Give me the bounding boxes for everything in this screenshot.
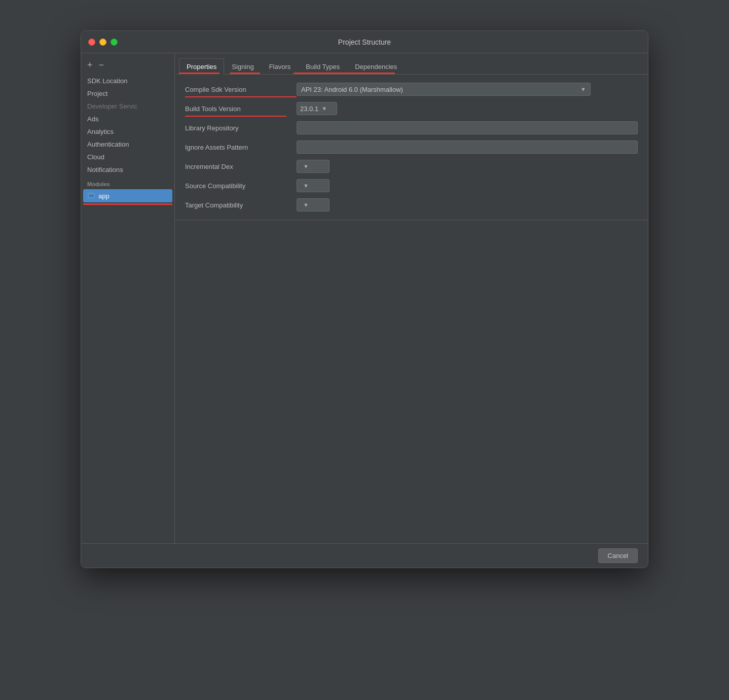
sidebar-item-analytics[interactable]: Analytics	[81, 125, 174, 138]
target-compat-arrow: ▼	[303, 202, 309, 208]
sidebar-label-ads: Ads	[87, 115, 98, 123]
build-tools-label: Build Tools Version	[185, 105, 297, 113]
ignore-assets-input[interactable]	[297, 141, 638, 154]
sidebar-label-cloud: Cloud	[87, 153, 104, 161]
source-compat-row: Source Compatibility ▼	[175, 176, 648, 195]
tab-build-types-label: Build Types	[306, 63, 340, 71]
title-bar: Project Structure	[81, 31, 648, 53]
incremental-dex-select[interactable]: ▼	[297, 160, 330, 173]
module-icon	[87, 192, 95, 200]
ignore-assets-row: Ignore Assets Pattern	[175, 137, 648, 157]
sidebar-label-sdk-location: SDK Location	[87, 77, 128, 85]
sidebar-label-analytics: Analytics	[87, 128, 114, 135]
bottom-bar: Cancel	[81, 543, 648, 568]
sidebar-item-notifications[interactable]: Notifications	[81, 163, 174, 176]
sidebar-item-authentication[interactable]: Authentication	[81, 138, 174, 151]
incremental-dex-control: ▼	[297, 160, 638, 173]
compile-sdk-error-indicator	[185, 96, 297, 97]
sidebar: + − SDK Location Project Developer Servi…	[81, 53, 175, 543]
content-pane: Properties Signing Flavors Build Types D…	[175, 53, 648, 543]
source-compat-control: ▼	[297, 179, 638, 192]
target-compat-row: Target Compatibility ▼	[175, 195, 648, 215]
compile-sdk-dropdown-arrow: ▼	[580, 86, 586, 92]
sidebar-error-indicator	[83, 203, 172, 205]
sidebar-label-authentication: Authentication	[87, 141, 129, 148]
ignore-assets-control	[297, 141, 638, 154]
remove-module-button[interactable]: −	[98, 60, 105, 69]
tab-error-bar-3	[294, 73, 395, 74]
source-compat-select[interactable]: ▼	[297, 179, 330, 192]
compile-sdk-label: Compile Sdk Version	[185, 86, 297, 93]
tab-error-bar-2	[230, 73, 260, 74]
sidebar-label-app: app	[98, 192, 110, 200]
svg-rect-2	[90, 192, 92, 193]
compile-sdk-select[interactable]: API 23: Android 6.0 (Marshmallow) ▼	[297, 83, 591, 96]
build-tools-select[interactable]: 23.0.1 ▼	[297, 102, 337, 115]
library-repo-label: Library Repository	[185, 124, 297, 132]
sidebar-label-notifications: Notifications	[87, 166, 123, 173]
tab-dependencies-label: Dependencies	[355, 63, 397, 71]
svg-rect-1	[89, 194, 94, 197]
build-tools-error-indicator	[185, 116, 286, 117]
sidebar-item-sdk-location[interactable]: SDK Location	[81, 75, 174, 87]
tab-error-bar-1	[179, 73, 220, 74]
sidebar-item-developer-services[interactable]: Developer Servic	[81, 100, 174, 113]
target-compat-select[interactable]: ▼	[297, 198, 330, 212]
build-tools-row: Build Tools Version 23.0.1 ▼	[175, 99, 648, 118]
source-compat-arrow: ▼	[303, 183, 309, 189]
maximize-button[interactable]	[111, 39, 118, 46]
library-repo-row: Library Repository	[175, 118, 648, 137]
minimize-button[interactable]	[99, 39, 106, 46]
project-structure-window: Project Structure + − SDK Location Proje…	[81, 30, 648, 568]
build-tools-control: 23.0.1 ▼	[297, 102, 638, 115]
tab-error-bars	[179, 73, 395, 74]
lower-panel	[175, 220, 648, 543]
compile-sdk-row: Compile Sdk Version API 23: Android 6.0 …	[175, 80, 648, 99]
app-item-content: app	[87, 192, 168, 200]
sidebar-item-cloud[interactable]: Cloud	[81, 151, 174, 163]
tab-properties-label: Properties	[187, 63, 216, 71]
sidebar-label-project: Project	[87, 90, 107, 97]
main-content: + − SDK Location Project Developer Servi…	[81, 53, 648, 543]
target-compat-label: Target Compatibility	[185, 201, 297, 209]
ignore-assets-label: Ignore Assets Pattern	[185, 144, 297, 151]
form-table: Compile Sdk Version API 23: Android 6.0 …	[175, 75, 648, 220]
build-tools-value: 23.0.1	[300, 105, 318, 113]
tab-bar: Properties Signing Flavors Build Types D…	[175, 53, 648, 75]
incremental-dex-row: Incremental Dex ▼	[175, 157, 648, 176]
incremental-dex-label: Incremental Dex	[185, 163, 297, 170]
source-compat-label: Source Compatibility	[185, 182, 297, 190]
close-button[interactable]	[88, 39, 95, 46]
tab-signing-label: Signing	[232, 63, 253, 71]
incremental-dex-arrow: ▼	[303, 163, 309, 169]
sidebar-item-app[interactable]: app	[83, 189, 172, 202]
build-tools-dropdown-arrow: ▼	[321, 106, 327, 112]
sidebar-label-developer-services: Developer Servic	[87, 102, 137, 110]
sidebar-item-ads[interactable]: Ads	[81, 113, 174, 125]
compile-sdk-value: API 23: Android 6.0 (Marshmallow)	[301, 86, 403, 93]
compile-sdk-control: API 23: Android 6.0 (Marshmallow) ▼	[297, 83, 638, 96]
modules-section-header: Modules	[81, 176, 174, 189]
target-compat-control: ▼	[297, 198, 638, 212]
properties-area: Compile Sdk Version API 23: Android 6.0 …	[175, 75, 648, 543]
library-repo-control	[297, 121, 638, 134]
library-repo-input[interactable]	[297, 121, 638, 134]
cancel-button[interactable]: Cancel	[598, 548, 638, 563]
window-title: Project Structure	[338, 38, 391, 46]
sidebar-item-project[interactable]: Project	[81, 87, 174, 100]
window-controls	[88, 39, 118, 46]
sidebar-toolbar: + −	[81, 57, 174, 75]
add-module-button[interactable]: +	[86, 60, 94, 69]
tab-flavors-label: Flavors	[269, 63, 291, 71]
